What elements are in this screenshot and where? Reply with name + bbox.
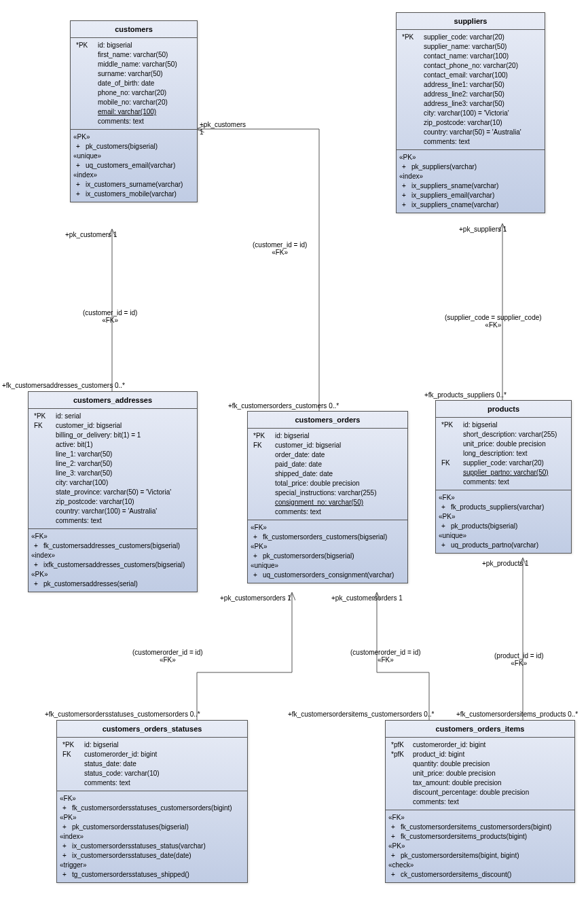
operation-row: +pk_customersordersstatuses(bigserial) [62,823,242,832]
column-row: phone_no: varchar(20) [76,88,191,98]
column-row: comments: text [391,797,569,807]
column-row: comments: text [76,117,191,126]
stereotype-label: «index» [73,170,191,180]
operation-row: +pk_customersaddresses(serial) [34,579,191,589]
column-row: date_of_birth: date [76,79,191,88]
column-row: address_line2: varchar(50) [402,90,539,99]
operation-row: +pk_suppliers(varchar) [402,162,539,172]
operation-row: +ix_suppliers_cname(varchar) [402,200,539,210]
columns-section: *PKid: bigserialFKcustomerorder_id: bigi… [57,738,247,791]
column-row: address_line1: varchar(50) [402,80,539,90]
column-row: line_1: varchar(50) [34,450,191,459]
label-pk-co-1: +pk_customersorders 1 [220,594,291,602]
column-row: FKcustomerorder_id: bigint [62,750,242,759]
entity-products[interactable]: products *PKid: bigserialshort_descripti… [435,400,572,554]
column-row: line_3: varchar(50) [34,469,191,478]
operation-row: +ix_customersordersstatuses_status(varch… [62,842,242,851]
column-row: *PKid: bigserial [253,431,402,441]
operation-row: +pk_products(bigserial) [441,522,566,531]
operation-row: +ix_suppliers_sname(varchar) [402,181,539,191]
operation-row: +fk_customersordersitems_products(bigint… [391,832,569,842]
column-row: line_2: varchar(50) [34,459,191,469]
columns-section: *PKid: bigserialshort_description: varch… [436,418,571,490]
operation-row: +ix_customers_surname(varchar) [76,180,191,190]
entity-title: products [436,401,571,418]
label-pk-customers-2: +pk_customers1 [200,121,246,136]
label-fk-addr: +fk_customersaddresses_customers 0..* [2,382,125,389]
label-pk-suppliers: +pk_suppliers 1 [459,226,507,233]
column-row: active: bit(1) [34,440,191,450]
column-row: zip_postcode: varchar(10) [34,497,191,507]
operation-row: +ck_customersordersitems_discount() [391,870,569,880]
label-fk1: (customer_id = id)«FK» [83,309,137,324]
column-row: country: varchar(50) = 'Australia' [402,128,539,137]
columns-section: *PKid: bigserialfirst_name: varchar(50)m… [71,38,197,130]
operation-row: +pk_customersorders(bigserial) [253,552,402,561]
entity-suppliers[interactable]: suppliers *PKsupplier_code: varchar(20)s… [396,12,545,213]
column-row: FKsupplier_code: varchar(20) [441,458,566,468]
stereotype-label: «check» [388,861,569,870]
column-row: total_price: double precision [253,479,402,488]
entity-title: customers_orders [248,412,407,429]
column-row: billing_or_delivery: bit(1) = 1 [34,431,191,440]
column-row: tax_amount: double precision [391,778,569,788]
column-row: country: varchar(100) = 'Australia' [34,507,191,516]
entity-customers-addresses[interactable]: customers_addresses *PKid: serialFKcusto… [28,391,198,592]
stereotype-label: «PK» [399,153,539,162]
stereotype-label: «PK» [439,512,566,522]
operation-row: +ixfk_customersaddresses_customers(bigse… [34,560,191,570]
entity-title: customers_orders_statuses [57,721,247,738]
column-row: surname: varchar(50) [76,69,191,79]
ops-section: «FK»+fk_products_suppliers(varchar)«PK»+… [436,490,571,553]
column-row: comments: text [402,137,539,147]
label-pk-co-2: +pk_customersorders 1 [331,594,403,602]
column-row: *PKid: bigserial [76,41,191,50]
stereotype-label: «index» [31,551,191,560]
column-row: contact_phone_no: varchar(20) [402,61,539,71]
label-fk3: (supplier_code = supplier_code)«FK» [445,314,542,329]
column-row: order_date: date [253,450,402,460]
entity-customers[interactable]: customers *PKid: bigserialfirst_name: va… [70,20,198,202]
column-row: unit_price: double precision [391,769,569,778]
entity-title: customers_orders_items [386,721,574,738]
entity-customers-orders[interactable]: customers_orders *PKid: bigserialFKcusto… [247,411,408,583]
entity-customers-orders-items[interactable]: customers_orders_items *pfKcustomerorder… [385,720,575,883]
stereotype-label: «unique» [73,151,191,161]
operation-row: +fk_customersorders_customers(bigserial) [253,533,402,542]
operation-row: +fk_customersordersitems_customersorders… [391,823,569,832]
column-row: supplier_name: varchar(50) [402,42,539,52]
stereotype-label: «PK» [251,542,402,552]
column-row: *pfKcustomerorder_id: bigint [391,740,569,750]
columns-section: *PKsupplier_code: varchar(20)supplier_na… [397,30,545,150]
column-row: supplier_partno: varchar(50) [441,468,566,477]
column-row: discount_percentage: double precision [391,788,569,797]
stereotype-label: «index» [399,172,539,181]
column-row: unit_price: double precision [441,439,566,449]
entity-customers-orders-statuses[interactable]: customers_orders_statuses *PKid: bigseri… [56,720,248,883]
column-row: paid_date: date [253,460,402,469]
operation-row: +pk_customers(bigserial) [76,142,191,151]
column-row: mobile_no: varchar(20) [76,98,191,107]
ops-section: «FK»+fk_customersaddresses_customers(big… [29,529,197,592]
label-fk-items-prod: +fk_customersordersitems_products 0..* [456,710,578,718]
label-pk-products: +pk_products 1 [482,560,529,567]
column-row: contact_name: varchar(100) [402,52,539,61]
column-row: address_line3: varchar(50) [402,99,539,109]
operation-row: +ix_suppliers_email(varchar) [402,191,539,200]
ops-section: «FK»+fk_customersordersstatuses_customer… [57,791,247,882]
columns-section: *PKid: serialFKcustomer_id: bigserialbil… [29,409,197,529]
column-row: consignment_no: varchar(50) [253,498,402,507]
stereotype-label: «PK» [31,570,191,579]
column-row: comments: text [253,507,402,517]
operation-row: +fk_customersaddresses_customers(bigseri… [34,541,191,551]
stereotype-label: «unique» [439,531,566,541]
label-fk-statuses: +fk_customersordersstatuses_customersord… [45,710,200,718]
column-row: status_date: date [62,759,242,769]
operation-row: +tg_customersordersstatuses_shipped() [62,870,242,880]
label-fk2: (customer_id = id)«FK» [253,241,307,256]
column-row: contact_email: varchar(100) [402,71,539,80]
entity-title: customers_addresses [29,392,197,409]
column-row: first_name: varchar(50) [76,50,191,60]
entity-title: customers [71,21,197,38]
column-row: email: varchar(100) [76,107,191,117]
